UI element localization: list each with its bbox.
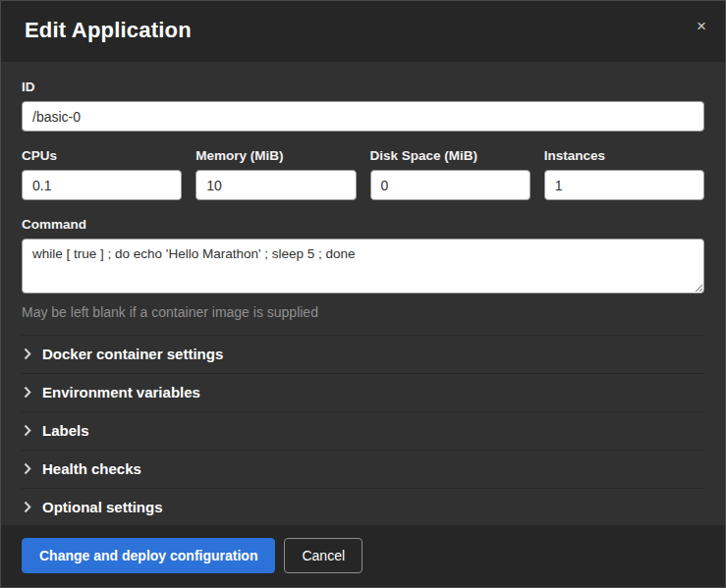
chevron-right-icon bbox=[24, 501, 31, 513]
chevron-right-icon bbox=[24, 424, 31, 437]
section-docker-container-settings[interactable]: Docker container settings bbox=[22, 335, 704, 373]
section-label: Labels bbox=[42, 422, 89, 439]
change-and-deploy-button[interactable]: Change and deploy configuration bbox=[22, 538, 275, 573]
modal-body: ID CPUs Memory (MiB) Disk Space (MiB) In… bbox=[1, 62, 725, 525]
disk-field-group: Disk Space (MiB) bbox=[370, 148, 531, 200]
resources-row: CPUs Memory (MiB) Disk Space (MiB) Insta… bbox=[22, 148, 704, 200]
disk-label: Disk Space (MiB) bbox=[370, 148, 531, 163]
disk-input[interactable] bbox=[370, 170, 531, 200]
section-label: Health checks bbox=[42, 460, 141, 477]
memory-field-group: Memory (MiB) bbox=[195, 148, 356, 200]
command-field-group: Command while [ true ] ; do echo 'Hello … bbox=[22, 217, 704, 320]
section-label: Environment variables bbox=[42, 384, 200, 401]
instances-label: Instances bbox=[544, 148, 704, 163]
section-label: Docker container settings bbox=[42, 346, 223, 362]
modal-title: Edit Application bbox=[25, 18, 701, 43]
section-health-checks[interactable]: Health checks bbox=[22, 450, 704, 488]
close-icon[interactable]: × bbox=[693, 14, 710, 38]
chevron-right-icon bbox=[24, 386, 31, 399]
cancel-button[interactable]: Cancel bbox=[284, 538, 363, 573]
command-label: Command bbox=[22, 217, 704, 232]
instances-input[interactable] bbox=[544, 170, 704, 200]
command-textarea[interactable]: while [ true ] ; do echo 'Hello Marathon… bbox=[22, 239, 704, 294]
id-field-group: ID bbox=[22, 80, 704, 132]
cpus-field-group: CPUs bbox=[22, 148, 182, 200]
memory-label: Memory (MiB) bbox=[195, 148, 356, 163]
cpus-input[interactable] bbox=[22, 170, 182, 200]
chevron-right-icon bbox=[24, 462, 31, 475]
instances-field-group: Instances bbox=[544, 148, 704, 200]
id-label: ID bbox=[22, 80, 704, 94]
modal-header: Edit Application × bbox=[1, 1, 725, 62]
id-input[interactable] bbox=[22, 101, 704, 132]
edit-application-modal: Edit Application × ID CPUs Memory (MiB) … bbox=[0, 0, 726, 588]
command-help-text: May be left blank if a container image i… bbox=[22, 304, 704, 320]
section-labels[interactable]: Labels bbox=[22, 411, 704, 450]
memory-input[interactable] bbox=[195, 170, 356, 200]
chevron-right-icon bbox=[24, 347, 31, 360]
modal-footer: Change and deploy configuration Cancel bbox=[1, 525, 725, 587]
collapsible-sections: Docker container settings Environment va… bbox=[22, 335, 704, 525]
cpus-label: CPUs bbox=[22, 148, 182, 163]
section-environment-variables[interactable]: Environment variables bbox=[22, 373, 704, 411]
section-optional-settings[interactable]: Optional settings bbox=[22, 488, 704, 525]
section-label: Optional settings bbox=[42, 499, 163, 515]
